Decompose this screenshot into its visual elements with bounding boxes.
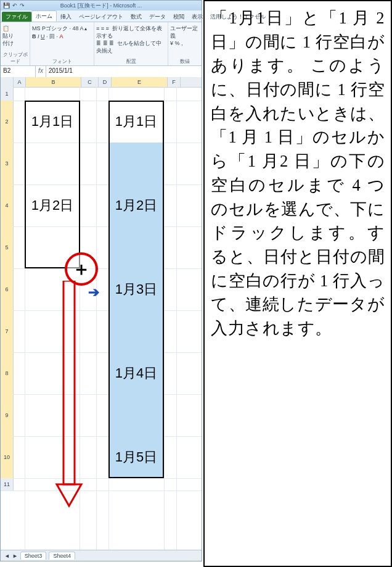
tab-data[interactable]: データ xyxy=(145,12,169,22)
sheet-tab[interactable]: Sheet4 xyxy=(49,552,75,560)
worksheet-grid[interactable]: A B C D E F 1 2 3 4 5 6 7 8 9 xyxy=(1,77,202,550)
formula-input[interactable]: 2015/1/1 xyxy=(46,66,202,77)
row-header[interactable]: 4 xyxy=(1,184,14,227)
save-icon[interactable]: 💾 xyxy=(3,1,10,10)
row-header[interactable]: 11 xyxy=(1,478,14,491)
fx-icon[interactable]: fx xyxy=(36,66,46,77)
row-header[interactable]: 2 xyxy=(1,101,14,143)
svg-rect-0 xyxy=(63,281,75,484)
row-header[interactable]: 3 xyxy=(1,143,14,185)
row-header[interactable]: 6 xyxy=(1,268,14,311)
redo-icon[interactable]: ↷ xyxy=(20,1,25,10)
quick-access-toolbar[interactable]: 💾 ↶ ↷ xyxy=(3,1,25,10)
name-box[interactable]: B2 xyxy=(1,66,36,77)
cell-e8[interactable]: 1月4日 xyxy=(108,352,164,394)
ribbon[interactable]: 📋貼り付け クリップボード MS Pゴシック · 48 A▲ B I U · 田… xyxy=(1,22,202,66)
cell-e10[interactable]: 1月5日 xyxy=(108,436,164,478)
ribbon-tabs[interactable]: ファイル ホーム 挿入 ページレイアウト 数式 データ 校閲 表示 活用しよう！… xyxy=(1,10,202,22)
sheet-tab[interactable]: Sheet3 xyxy=(20,552,47,560)
group-number: 数値 xyxy=(168,58,202,65)
select-all-corner[interactable] xyxy=(1,77,14,87)
instruction-panel: 「1月1日」と「1 月 2 日」の間に 1 行空白があります。 このように、日付… xyxy=(203,0,392,567)
result-arrow-icon: ➔ xyxy=(88,284,99,300)
paste-icon[interactable]: 📋貼り付け xyxy=(1,23,30,48)
font-size-combo[interactable]: 48 xyxy=(73,25,79,31)
row-header[interactable]: 1 xyxy=(1,87,14,101)
plus-cursor-icon: ＋ xyxy=(72,260,91,278)
tab-file[interactable]: ファイル xyxy=(2,12,31,22)
drag-down-arrow xyxy=(54,281,84,509)
col-header-c[interactable]: C xyxy=(81,77,99,87)
grid-body[interactable]: 1 2 3 4 5 6 7 8 9 10 11 xyxy=(1,87,202,550)
comma-button[interactable]: , xyxy=(181,40,183,46)
cell-e4[interactable]: 1月2日 xyxy=(108,184,164,226)
tab-home[interactable]: ホーム xyxy=(31,10,57,22)
bold-button[interactable]: B xyxy=(32,33,36,39)
sheet-nav-icon[interactable]: ◄ xyxy=(4,553,10,559)
row-header[interactable]: 7 xyxy=(1,310,14,353)
number-format-combo[interactable]: ユーザー定義 xyxy=(170,25,198,39)
row-header[interactable]: 10 xyxy=(1,436,14,479)
sheet-nav-icon[interactable]: ► xyxy=(12,553,18,559)
tab-insert[interactable]: 挿入 xyxy=(57,12,75,22)
undo-icon[interactable]: ↶ xyxy=(12,1,17,10)
col-header-e[interactable]: E xyxy=(112,77,168,87)
row-header[interactable]: 5 xyxy=(1,226,14,269)
formula-bar[interactable]: B2 fx 2015/1/1 xyxy=(1,66,202,78)
font-name-combo[interactable]: MS Pゴシック xyxy=(32,25,68,31)
cell-b4[interactable]: 1月2日 xyxy=(25,184,80,226)
sheet-tab-bar[interactable]: ◄ ► Sheet3 Sheet4 xyxy=(1,550,202,561)
wrap-text-button[interactable]: 折り返して全体を表示する xyxy=(96,25,162,39)
window-title: Book1 [互換モード] - Microsoft ... xyxy=(60,2,142,9)
instruction-text: 「1月1日」と「1 月 2 日」の間に 1 行空白があります。 このように、日付… xyxy=(211,6,385,341)
group-clipboard: クリップボード xyxy=(1,51,30,65)
row-header[interactable]: 9 xyxy=(1,394,14,437)
window-titlebar: 💾 ↶ ↷ Book1 [互換モード] - Microsoft ... xyxy=(1,1,202,10)
col-header-f[interactable]: F xyxy=(168,77,181,87)
col-header-b[interactable]: B xyxy=(26,77,81,87)
cell-e6[interactable]: 1月3日 xyxy=(108,268,164,310)
tab-review[interactable]: 校閲 xyxy=(169,12,188,22)
merge-center-button[interactable]: セルを結合して中央揃え xyxy=(96,40,161,54)
italic-button[interactable]: I xyxy=(38,33,39,39)
column-headers[interactable]: A B C D E F xyxy=(1,77,202,88)
col-header-a[interactable]: A xyxy=(14,77,26,87)
group-font: フォント xyxy=(30,58,94,65)
underline-button[interactable]: U xyxy=(41,33,45,39)
tab-page-layout[interactable]: ページレイアウト xyxy=(75,12,127,22)
cell-e2[interactable]: 1月1日 xyxy=(108,101,164,143)
excel-window: 💾 ↶ ↷ Book1 [互換モード] - Microsoft ... ファイル… xyxy=(0,0,202,561)
row-header[interactable]: 8 xyxy=(1,352,14,395)
excel-screenshot: 💾 ↶ ↷ Book1 [互換モード] - Microsoft ... ファイル… xyxy=(0,0,203,567)
tab-formulas[interactable]: 数式 xyxy=(127,12,145,22)
cell-b2[interactable]: 1月1日 xyxy=(25,101,80,143)
col-header-d[interactable]: D xyxy=(99,77,112,87)
percent-button[interactable]: % xyxy=(175,40,180,46)
group-align: 配置 xyxy=(94,58,168,65)
svg-marker-1 xyxy=(57,484,81,506)
